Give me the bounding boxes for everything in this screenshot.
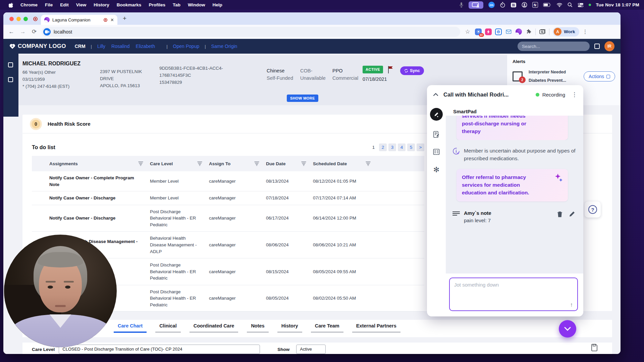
show-more-button[interactable]: SHOW MORE <box>287 95 318 102</box>
filter-icon[interactable] <box>197 161 202 166</box>
menu-item-edit[interactable]: Edit <box>56 2 72 7</box>
call-menu-kebab[interactable]: ⋮ <box>572 91 577 98</box>
page-4[interactable]: 4 <box>398 143 406 151</box>
extension-icon-1[interactable]: 9+ <box>475 28 482 35</box>
column-header-scheduled-date[interactable]: Scheduled Date <box>310 156 374 171</box>
filter-icon[interactable] <box>138 161 143 166</box>
flag-icon[interactable] <box>387 66 394 74</box>
reload-button[interactable]: ⟳ <box>30 28 38 35</box>
row-select-cell[interactable] <box>32 191 46 205</box>
crm-link-elizabeth[interactable]: Elizabeth <box>136 44 155 49</box>
screen-share-status-icon[interactable] <box>469 1 483 9</box>
page-5[interactable]: 5 <box>407 143 415 151</box>
tab-care-chart[interactable]: Care Chart <box>114 323 147 333</box>
tab-care-team[interactable]: Care Team <box>311 323 343 333</box>
layout-toggle-icon[interactable] <box>594 44 600 49</box>
camera-permission-icon[interactable] <box>43 28 51 36</box>
menu-item-bookmarks[interactable]: Bookmarks <box>113 2 145 7</box>
maximize-window-button[interactable] <box>23 17 28 21</box>
extension-icon-1password[interactable] <box>495 28 502 35</box>
sync-button[interactable]: Sync <box>400 66 424 75</box>
apple-menu-icon[interactable] <box>9 2 13 8</box>
edit-note-icon[interactable] <box>569 211 575 218</box>
crm-link-rosalind[interactable]: Rosalind <box>111 44 129 49</box>
menu-item-help[interactable]: Help <box>209 2 226 7</box>
filter-icon[interactable] <box>254 161 259 166</box>
crm-link-lilly[interactable]: Lilly <box>97 44 105 49</box>
form-icon[interactable] <box>433 148 440 156</box>
menu-item-profiles[interactable]: Profiles <box>145 2 169 7</box>
column-header-assignments[interactable]: Assignments <box>46 156 147 171</box>
forward-button[interactable]: → <box>19 28 27 35</box>
same-origin-link[interactable]: Same Origin <box>211 44 237 49</box>
care-level-select[interactable]: CLOSED - Post Discharge Transition of Ca… <box>59 345 260 354</box>
page-3[interactable]: 3 <box>388 143 396 151</box>
help-button[interactable]: ? <box>585 201 601 218</box>
bookmark-star-icon[interactable]: ☆ <box>464 28 472 35</box>
row-select-cell[interactable] <box>32 171 46 191</box>
timer-icon[interactable] <box>500 2 505 8</box>
extension-icon-mail[interactable] <box>505 28 512 35</box>
actions-button[interactable]: Actions <box>584 71 615 81</box>
notion-app-icon[interactable]: N <box>532 2 538 8</box>
tab-coordinated-care[interactable]: Coordinated Care <box>190 323 238 333</box>
menu-item-view[interactable]: View <box>72 2 90 7</box>
show-select[interactable]: Active <box>296 345 326 354</box>
save-icon[interactable] <box>591 344 598 351</box>
smartpad-scroll[interactable]: services if member needspost-discharge n… <box>446 116 583 274</box>
extensions-puzzle-icon[interactable] <box>525 28 532 35</box>
column-header-due-date[interactable]: Due Date <box>263 156 310 171</box>
user-avatar[interactable]: IR <box>604 41 614 51</box>
table-row[interactable]: Notify Case Owner - DischargePost Discha… <box>32 205 424 232</box>
extension-icon-2[interactable] <box>485 28 492 35</box>
webcam-overlay[interactable] <box>4 235 117 347</box>
search-tabs-icon[interactable] <box>539 28 546 35</box>
filter-icon[interactable] <box>366 161 371 166</box>
tab-history[interactable]: History <box>277 323 302 333</box>
delete-note-icon[interactable] <box>557 211 563 218</box>
control-center-icon[interactable] <box>578 3 584 7</box>
sidebar-square-icon-2[interactable] <box>8 77 13 82</box>
row-select-cell[interactable] <box>32 205 46 232</box>
table-row[interactable]: Notify Case Owner - DischargeMember Leve… <box>32 191 424 205</box>
crm-search-input[interactable]: Search... <box>518 42 590 51</box>
browser-menu-kebab[interactable]: ⋮ <box>583 28 588 35</box>
microphone-icon[interactable] <box>459 2 464 8</box>
smartpad-pen-icon[interactable] <box>430 108 443 121</box>
open-popup-link[interactable]: Open Popup <box>173 44 200 49</box>
tab-clinical[interactable]: Clinical <box>155 323 181 333</box>
menu-bar-clock[interactable]: Tue Nov 18 1:07 PM <box>596 2 639 7</box>
menu-item-window[interactable]: Window <box>184 2 209 7</box>
menu-item-tab[interactable]: Tab <box>169 2 184 7</box>
person-circle-icon[interactable] <box>522 2 527 8</box>
page-1[interactable]: 1 <box>370 143 377 151</box>
tab-close-icon[interactable]: ✕ <box>110 17 114 22</box>
alerts-checkbox-icon[interactable]: 2 <box>513 71 523 81</box>
new-tab-button[interactable]: + <box>123 15 126 22</box>
column-header-care-level[interactable]: Care Level <box>147 156 206 171</box>
menu-item-file[interactable]: File <box>41 2 56 7</box>
back-button[interactable]: ← <box>7 28 15 35</box>
spotlight-search-icon[interactable] <box>568 2 573 7</box>
scroll-down-fab[interactable] <box>559 320 576 338</box>
address-bar[interactable]: localhost <box>42 27 460 37</box>
page-2[interactable]: 2 <box>379 143 387 151</box>
table-row[interactable]: Notify Case Owner - Complete Program Not… <box>32 171 424 191</box>
jot-input[interactable]: Jot something down ↑ <box>449 278 578 311</box>
collapse-chevron-icon[interactable] <box>433 93 438 96</box>
transcript-icon[interactable] <box>433 131 440 138</box>
menu-item-history[interactable]: History <box>90 2 113 7</box>
extension-icon-laguna[interactable] <box>515 28 522 35</box>
send-note-icon[interactable]: ↑ <box>570 302 573 308</box>
tab-external-partners[interactable]: External Partners <box>352 323 400 333</box>
page-next[interactable]: > <box>417 143 424 151</box>
menu-item-chrome[interactable]: Chrome <box>17 2 41 7</box>
filter-icon[interactable] <box>301 161 306 166</box>
wifi-icon[interactable] <box>556 3 562 7</box>
tab-notes[interactable]: Notes <box>247 323 268 333</box>
sidebar-square-icon-1[interactable] <box>8 62 13 67</box>
browser-tab[interactable]: Laguna Companion ✕ <box>41 15 117 25</box>
zoom-app-icon[interactable]: zm <box>488 2 495 8</box>
minimize-window-button[interactable] <box>16 17 21 21</box>
asterisk-icon[interactable]: ✻ <box>433 166 439 174</box>
